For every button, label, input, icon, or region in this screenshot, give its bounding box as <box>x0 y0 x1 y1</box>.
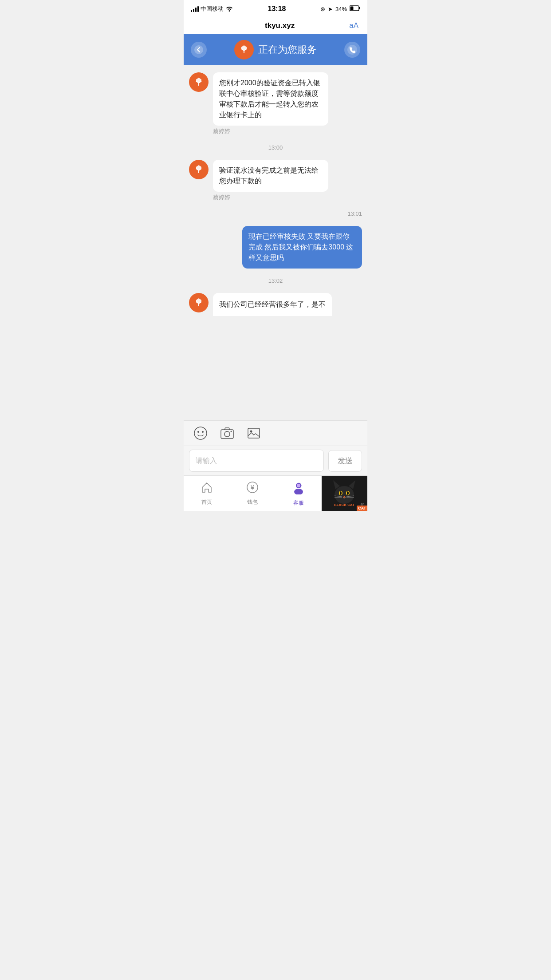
chat-header: 正在为您服务 <box>184 34 367 65</box>
black-cat-logo: BLACK CAT <box>329 478 360 509</box>
battery-label: 34% <box>335 6 347 12</box>
message-input[interactable]: 请输入 <box>189 450 324 472</box>
agent-avatar-2 <box>189 160 209 179</box>
message-row: 我们公司已经经营很多年了，是不 <box>189 293 332 316</box>
user-bubble-1: 现在已经审核失败 又要我在跟你完成 然后我又被你们骗去3000 这样又意思吗 <box>242 226 362 269</box>
browser-bar: tkyu.xyz aA <box>184 18 367 34</box>
input-placeholder: 请输入 <box>196 456 217 466</box>
service-icon <box>291 480 306 498</box>
svg-point-17 <box>297 484 300 487</box>
svg-point-9 <box>224 431 230 437</box>
battery-icon <box>350 5 360 12</box>
bottom-nav: 首页 ¥ 钱包 客服 <box>184 475 367 511</box>
emoji-button[interactable] <box>193 425 209 441</box>
timestamp-1300: 13:00 <box>268 144 283 151</box>
user-message-row: 现在已经审核失败 又要我在跟你完成 然后我又被你们骗去3000 这样又意思吗 <box>242 226 362 269</box>
agent-avatar-1 <box>189 72 209 92</box>
nav-blackcat[interactable]: BLACK CAT 我 CAT <box>322 476 368 511</box>
svg-text:¥: ¥ <box>250 484 254 491</box>
status-left: 中国移动 <box>191 5 233 13</box>
message-row: 验证流水没有完成之前是无法给您办理下款的 <box>189 160 328 192</box>
timestamp-1302: 13:02 <box>268 277 283 284</box>
cat-watermark: CAT <box>357 506 367 511</box>
nav-service[interactable]: 客服 <box>276 476 322 511</box>
location-icon: ⊛ <box>320 6 325 12</box>
message-row: 您刚才2000的验证资金已转入银联中心审核验证，需等贷款额度审核下款后才能一起转… <box>189 72 328 126</box>
svg-point-6 <box>197 431 199 433</box>
svg-point-10 <box>231 431 232 432</box>
svg-point-7 <box>202 431 204 433</box>
agent-bubble-2: 验证流水没有完成之前是无法给您办理下款的 <box>213 160 328 192</box>
home-icon <box>201 481 213 497</box>
svg-rect-2 <box>359 7 360 9</box>
bar3 <box>195 8 197 12</box>
nav-home[interactable]: 首页 <box>184 476 230 511</box>
svg-text:BLACK CAT: BLACK CAT <box>334 503 354 507</box>
msg-group-1: 您刚才2000的验证资金已转入银联中心审核验证，需等贷款额度审核下款后才能一起转… <box>189 72 362 135</box>
input-area: 请输入 发送 <box>184 446 367 475</box>
agent-sender-1: 蔡婷婷 <box>213 127 362 135</box>
svg-point-4 <box>347 45 357 55</box>
svg-point-3 <box>194 45 203 54</box>
agent-sender-2: 蔡婷婷 <box>213 194 362 202</box>
toolbar <box>184 420 367 446</box>
status-bar: 中国移动 13:18 ⊛ ➤ 34% <box>184 0 367 18</box>
home-label: 首页 <box>201 498 212 506</box>
bar4 <box>197 6 199 12</box>
image-button[interactable] <box>246 425 262 441</box>
camera-button[interactable] <box>219 425 235 441</box>
signal-bars <box>191 6 199 12</box>
svg-rect-11 <box>248 428 260 438</box>
svg-point-5 <box>194 427 207 439</box>
status-time: 13:18 <box>268 5 286 13</box>
wifi-icon <box>225 5 233 13</box>
msg-group-3: 现在已经审核失败 又要我在跟你完成 然后我又被你们骗去3000 这样又意思吗 <box>189 226 362 269</box>
bar1 <box>191 10 192 12</box>
svg-point-24 <box>340 491 342 495</box>
msg-group-2: 验证流水没有完成之前是无法给您办理下款的 蔡婷婷 <box>189 160 362 202</box>
nav-icon: ➤ <box>328 6 333 12</box>
agent-avatar-3 <box>189 293 209 312</box>
browser-url: tkyu.xyz <box>265 21 295 30</box>
wallet-icon: ¥ <box>246 481 259 497</box>
chat-area: 您刚才2000的验证资金已转入银联中心审核验证，需等贷款额度审核下款后才能一起转… <box>184 65 367 420</box>
bar2 <box>193 9 194 12</box>
call-button[interactable] <box>344 42 360 58</box>
header-title: 正在为您服务 <box>258 43 317 56</box>
status-right: ⊛ ➤ 34% <box>320 5 360 12</box>
carrier-label: 中国移动 <box>201 5 224 13</box>
font-size-control[interactable]: aA <box>349 21 358 30</box>
header-center: 正在为您服务 <box>234 40 317 59</box>
svg-point-16 <box>294 489 303 494</box>
msg-group-4: 我们公司已经经营很多年了，是不 <box>189 293 362 316</box>
svg-point-21 <box>335 486 354 504</box>
svg-point-12 <box>250 431 252 433</box>
agent-avatar <box>234 40 254 59</box>
back-button[interactable] <box>191 42 207 58</box>
nav-wallet[interactable]: ¥ 钱包 <box>230 476 276 511</box>
svg-point-25 <box>347 491 349 495</box>
wallet-label: 钱包 <box>247 498 258 506</box>
agent-bubble-3-partial: 我们公司已经经营很多年了，是不 <box>213 293 332 316</box>
agent-bubble-1: 您刚才2000的验证资金已转入银联中心审核验证，需等贷款额度审核下款后才能一起转… <box>213 72 328 126</box>
service-label: 客服 <box>293 499 304 507</box>
svg-rect-1 <box>350 7 353 10</box>
send-button[interactable]: 发送 <box>328 450 362 472</box>
timestamp-1301: 13:01 <box>347 210 362 217</box>
